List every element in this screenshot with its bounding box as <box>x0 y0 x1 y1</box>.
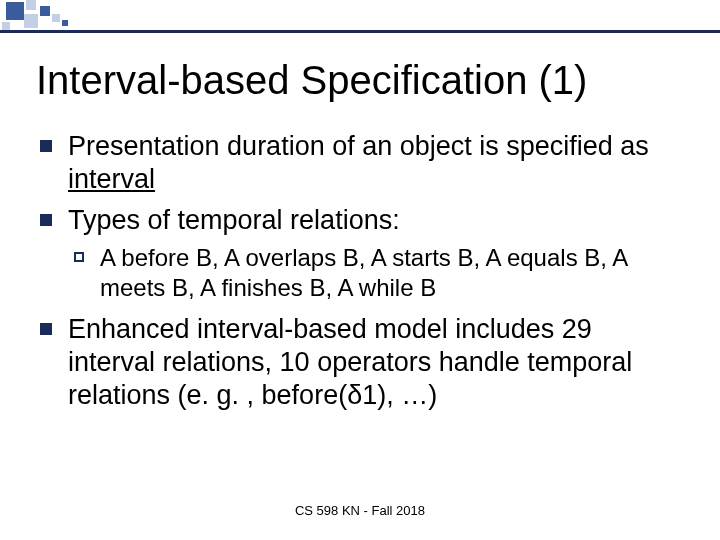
slide-title: Interval-based Specification (1) <box>36 58 684 102</box>
bullet-3: Enhanced interval-based model includes 2… <box>36 313 680 412</box>
slide-footer: CS 598 KN - Fall 2018 <box>0 503 720 518</box>
slide: Interval-based Specification (1) Present… <box>0 0 720 540</box>
corner-decoration <box>0 0 120 32</box>
bullet-1: Presentation duration of an object is sp… <box>36 130 680 196</box>
bullet-1-interval-word: interval <box>68 164 155 194</box>
bullet-2-text: Types of temporal relations: <box>68 205 400 235</box>
bullet-1-text-pre: Presentation duration of an object is sp… <box>68 131 649 161</box>
bullet-2: Types of temporal relations: A before B,… <box>36 204 680 303</box>
header-rule <box>0 30 720 33</box>
slide-body: Presentation duration of an object is sp… <box>36 130 680 420</box>
bullet-2-sub: A before B, A overlaps B, A starts B, A … <box>68 243 680 303</box>
